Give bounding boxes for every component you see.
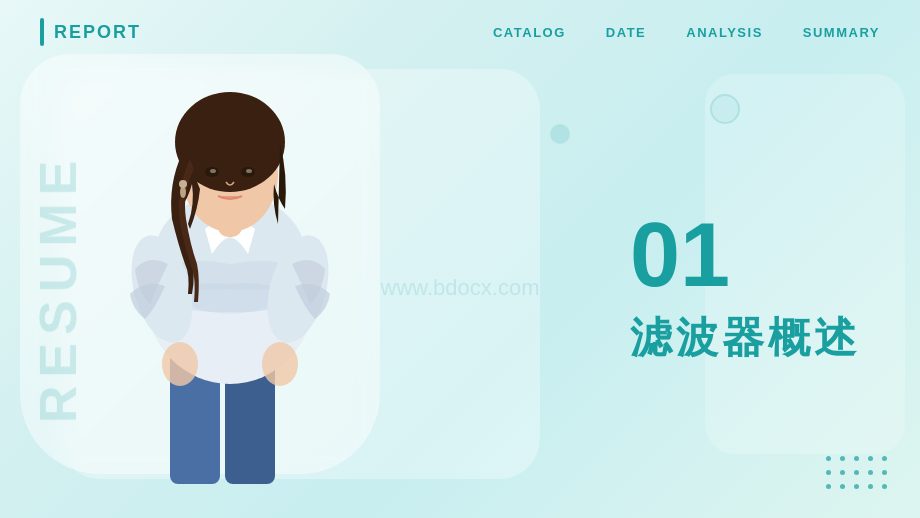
svg-point-15	[180, 186, 186, 198]
dot-2	[840, 456, 845, 461]
section-number: 01	[630, 210, 860, 300]
dot-6	[826, 470, 831, 475]
nav-analysis[interactable]: ANALYSIS	[686, 25, 763, 40]
header-nav: CATALOG DATE ANALYSIS SUMMARY	[493, 25, 880, 40]
dot-13	[854, 484, 859, 489]
header: REPORT CATALOG DATE ANALYSIS SUMMARY	[0, 0, 920, 64]
svg-point-17	[262, 342, 298, 386]
dot-10	[882, 470, 887, 475]
dot-15	[882, 484, 887, 489]
nav-summary[interactable]: SUMMARY	[803, 25, 880, 40]
dot-11	[826, 484, 831, 489]
header-left: REPORT	[40, 18, 141, 46]
report-title[interactable]: REPORT	[54, 22, 141, 43]
main-content: RESUME	[0, 64, 920, 512]
dot-12	[840, 484, 845, 489]
right-content-area: 01 滤波器概述	[630, 210, 860, 366]
dot-5	[882, 456, 887, 461]
nav-date[interactable]: DATE	[606, 25, 646, 40]
section-title: 滤波器概述	[630, 310, 860, 366]
person-silhouette-svg	[100, 54, 360, 484]
person-image-area	[90, 44, 370, 484]
dot-9	[868, 470, 873, 475]
svg-point-16	[162, 342, 198, 386]
dot-4	[868, 456, 873, 461]
report-accent-bar	[40, 18, 44, 46]
resume-vertical-text: RESUME	[28, 153, 88, 423]
dot-8	[854, 470, 859, 475]
svg-point-12	[210, 169, 216, 173]
dot-7	[840, 470, 845, 475]
dot-3	[854, 456, 859, 461]
svg-point-13	[246, 169, 252, 173]
dots-grid	[826, 456, 890, 492]
dot-14	[868, 484, 873, 489]
dot-1	[826, 456, 831, 461]
nav-catalog[interactable]: CATALOG	[493, 25, 566, 40]
decorative-circle-1	[550, 124, 570, 144]
